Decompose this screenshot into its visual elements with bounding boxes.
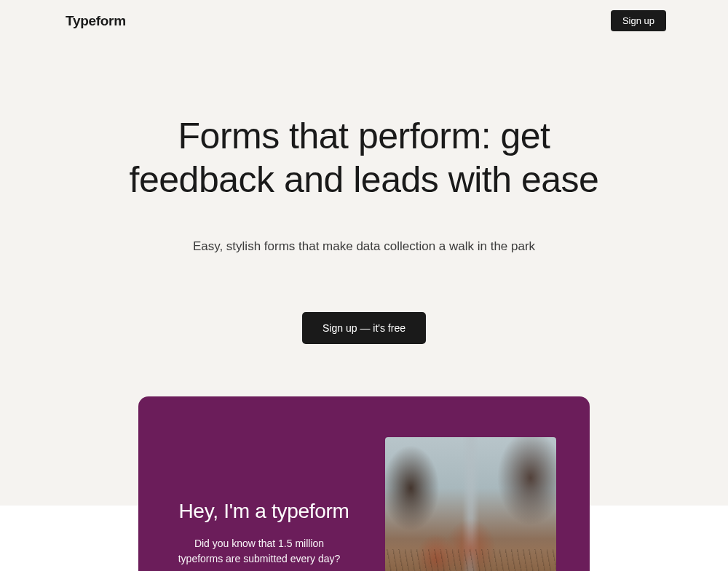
logo[interactable]: Typeform: [66, 13, 126, 29]
hero-title: Forms that perform: get feedback and lea…: [109, 114, 619, 201]
demo-image: [385, 437, 556, 571]
signup-free-button[interactable]: Sign up — it's free: [302, 312, 426, 344]
demo-card: Hey, I'm a typeform Did you know that 1.…: [138, 396, 590, 571]
demo-text: Did you know that 1.5 million typeforms …: [172, 536, 347, 567]
signup-button-header[interactable]: Sign up: [611, 10, 666, 31]
demo-title: Hey, I'm a typeform: [172, 500, 356, 523]
hero-subtitle: Easy, stylish forms that make data colle…: [29, 239, 699, 254]
